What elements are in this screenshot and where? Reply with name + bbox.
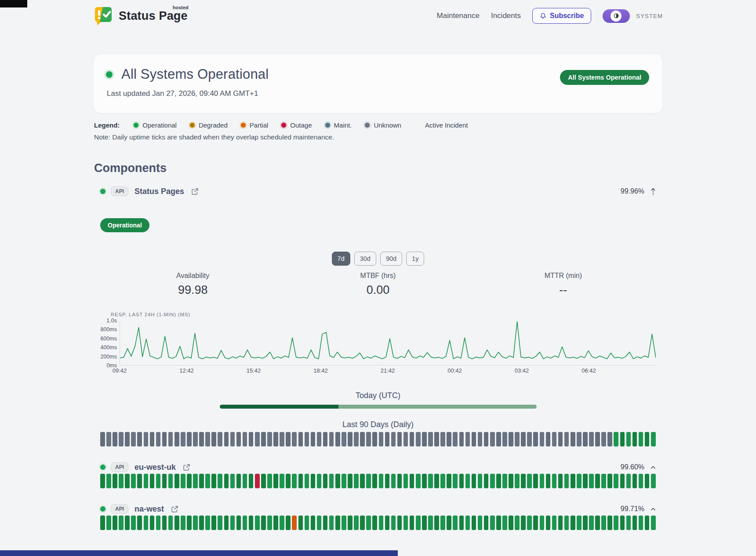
expand-chevron-icon[interactable] <box>651 507 656 511</box>
uptime-tick-operational <box>645 474 650 488</box>
range-button-90d[interactable]: 90d <box>380 252 402 266</box>
uptime-tick-operational <box>552 474 557 488</box>
uptime-tick-operational <box>298 516 303 530</box>
legend-item-maint: Maint. <box>325 121 352 129</box>
uptime-tick-operational <box>249 516 254 530</box>
uptime-tick-operational <box>187 474 192 488</box>
uptime-tick-operational <box>465 516 470 530</box>
uptime-tick-operational <box>187 516 192 530</box>
logo-superscript: hosted <box>173 5 189 10</box>
uptime-ticks-na-west <box>100 516 656 530</box>
uptime-tick-operational <box>496 516 501 530</box>
uptime-tick-operational <box>447 474 451 488</box>
uptime-tick-operational <box>552 516 557 530</box>
nav-item-maintenance[interactable]: Maintenance <box>437 11 480 20</box>
uptime-tick-operational <box>125 474 130 488</box>
uptime-tick-unknown <box>113 432 117 446</box>
uptime-tick-operational <box>521 474 526 488</box>
legend-status-dot <box>281 123 286 128</box>
component-header-eu-west-uk[interactable]: API eu-west-uk 99.60% <box>100 462 656 472</box>
component-header-na-west[interactable]: API na-west 99.71% <box>100 504 656 514</box>
x-tick-label: 06:42 <box>582 367 596 374</box>
components-section-title: Components <box>93 161 663 175</box>
uptime-tick-operational <box>267 516 272 530</box>
x-tick-label: 21:42 <box>381 367 395 374</box>
range-button-30d[interactable]: 30d <box>354 252 376 266</box>
uptime-tick-operational <box>366 516 371 530</box>
contrast-icon <box>613 13 619 19</box>
uptime-tick-operational <box>509 516 513 530</box>
expand-chevron-icon[interactable] <box>651 465 656 469</box>
uptime-tick-operational <box>527 516 532 530</box>
nav-item-incidents[interactable]: Incidents <box>491 11 521 20</box>
uptime-tick-unknown <box>224 432 229 446</box>
uptime-tick-operational <box>651 474 656 488</box>
header-logo[interactable]: Status Page hosted <box>93 6 188 26</box>
uptime-tick-unknown <box>385 432 390 446</box>
uptime-tick-unknown <box>546 432 551 446</box>
uptime-tick-operational <box>459 474 464 488</box>
uptime-tick-operational <box>236 474 241 488</box>
uptime-tick-operational <box>106 474 111 488</box>
uptime-tick-operational <box>261 474 266 488</box>
uptime-tick-unknown <box>162 432 167 446</box>
uptime-tick-unknown <box>100 432 105 446</box>
x-tick-label: 00:42 <box>447 367 462 374</box>
uptime-tick-operational <box>162 516 167 530</box>
uptime-tick-operational <box>614 516 618 530</box>
status-page-logo-icon <box>93 6 113 26</box>
uptime-tick-unknown <box>558 432 563 446</box>
uptime-tick-operational <box>131 516 136 530</box>
legend-status-dot <box>134 123 138 128</box>
x-tick-label: 12:42 <box>179 367 194 374</box>
uptime-tick-unknown <box>187 432 192 446</box>
uptime-tick-operational <box>181 516 185 530</box>
range-group: 7d30d90d1y <box>100 252 656 266</box>
uptime-tick-unknown <box>484 432 489 446</box>
screen-artifact-bottom <box>0 550 398 556</box>
theme-toggle[interactable] <box>603 9 630 23</box>
uptime-tick-operational <box>614 432 618 446</box>
collapse-arrow-icon[interactable] <box>651 188 656 195</box>
component-header-status-pages[interactable]: API Status Pages 99.96% <box>100 187 656 196</box>
uptime-tick-operational <box>323 474 328 488</box>
external-link-icon[interactable] <box>183 464 190 471</box>
external-link-icon[interactable] <box>191 188 199 195</box>
uptime-tick-operational <box>540 516 545 530</box>
uptime-tick-operational <box>249 474 254 488</box>
last-updated-text: Last updated Jan 27, 2026, 09:40 AM GMT+… <box>107 89 269 98</box>
subscribe-button[interactable]: Subscribe <box>532 8 591 24</box>
uptime-tick-operational <box>286 474 291 488</box>
component-stats: Availability 99.98 MTBF (hrs) 0.00 MTTR … <box>100 272 656 297</box>
range-button-7d[interactable]: 7d <box>332 252 350 266</box>
uptime-tick-unknown <box>156 432 161 446</box>
uptime-tick-operational <box>372 474 377 488</box>
uptime-tick-operational <box>620 516 625 530</box>
uptime-tick-unknown <box>428 432 433 446</box>
legend-label: Legend: <box>94 121 120 129</box>
uptime-tick-operational <box>199 516 204 530</box>
uptime-tick-operational <box>273 474 278 488</box>
uptime-tick-operational <box>607 516 612 530</box>
uptime-tick-unknown <box>372 432 377 446</box>
uptime-tick-operational <box>273 516 278 530</box>
x-tick-label: 03:42 <box>515 367 529 374</box>
uptime-tick-unknown <box>403 432 408 446</box>
uptime-ticks-status-pages <box>100 432 656 446</box>
uptime-tick-operational <box>329 474 334 488</box>
uptime-tick-operational <box>577 474 582 488</box>
uptime-tick-unknown <box>131 432 136 446</box>
chart-y-axis: 1.0s800ms600ms400ms200ms0ms <box>100 321 120 366</box>
uptime-tick-unknown <box>459 432 464 446</box>
stat-value-mttr: -- <box>471 283 656 297</box>
theme-toggle-knob <box>611 11 622 22</box>
component-uptime-value: 99.60% <box>621 463 644 471</box>
range-button-1y[interactable]: 1y <box>406 252 424 266</box>
uptime-tick-operational <box>335 516 340 530</box>
x-tick-label: 18:42 <box>313 367 328 374</box>
external-link-icon[interactable] <box>171 505 178 513</box>
uptime-tick-operational <box>403 516 408 530</box>
uptime-tick-operational <box>502 516 507 530</box>
uptime-tick-operational <box>595 516 600 530</box>
uptime-tick-operational <box>385 516 390 530</box>
